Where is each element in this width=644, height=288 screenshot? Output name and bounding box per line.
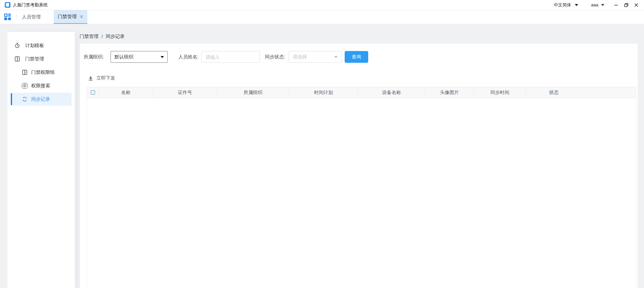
apps-grid-icon[interactable] <box>4 13 11 20</box>
sidebar-item-label: 同步记录 <box>31 96 50 102</box>
restore-icon <box>624 3 629 7</box>
tab-bar: 人员管理 门禁管理 <box>0 10 644 24</box>
table-header-filler <box>582 87 636 98</box>
title-bar: 人脸门禁考勤系统 中文简体 aaa <box>0 0 644 10</box>
sidebar-item-sync-records[interactable]: 同步记录 <box>11 93 72 106</box>
table-header-device-name: 设备名称 <box>358 87 425 98</box>
breadcrumb-parent[interactable]: 门禁管理 <box>80 34 98 40</box>
divider <box>16 14 16 19</box>
close-button[interactable] <box>631 0 641 10</box>
minimize-button[interactable] <box>611 0 621 10</box>
sidebar-item-plan-template[interactable]: 计划模板 <box>11 39 72 52</box>
language-selector[interactable]: 中文简体 <box>554 0 578 10</box>
sidebar-item-label: 权限搜索 <box>31 83 50 89</box>
status-select[interactable]: 请选择 <box>289 51 342 63</box>
dispatch-now-label: 立即下发 <box>96 75 115 81</box>
app-logo-icon <box>5 2 10 8</box>
select-all-checkbox[interactable] <box>91 90 95 95</box>
language-label: 中文简体 <box>554 2 571 8</box>
sidebar-item-label: 门禁管理 <box>25 56 44 62</box>
breadcrumb: 门禁管理 / 同步记录 <box>80 34 125 40</box>
table-body-empty <box>87 98 636 288</box>
status-select-placeholder: 请选择 <box>293 54 307 60</box>
breadcrumb-separator: / <box>101 34 103 39</box>
user-name: aaa <box>591 2 598 7</box>
tab-access-management[interactable]: 门禁管理 <box>54 10 87 24</box>
restore-button[interactable] <box>621 0 631 10</box>
table-header-id-number: 证件号 <box>153 87 217 98</box>
table-header-avatar: 头像图片 <box>425 87 474 98</box>
breadcrumb-current: 同步记录 <box>106 34 125 40</box>
search-button[interactable]: 查询 <box>345 51 368 63</box>
org-filter-label: 所属组织: <box>84 54 104 60</box>
table-header-name: 名称 <box>99 87 153 98</box>
door-icon <box>22 69 28 75</box>
tab-label: 门禁管理 <box>58 14 77 20</box>
sidebar-item-label: 门禁权限组 <box>31 69 55 76</box>
dispatch-now-button[interactable]: 立即下发 <box>88 75 115 82</box>
chevron-down-icon <box>601 4 604 6</box>
sidebar-item-permission-search[interactable]: @ 权限搜索 <box>11 79 72 92</box>
chevron-down-icon <box>161 56 164 58</box>
table-header-organization: 所属组织 <box>217 87 289 98</box>
chevron-down-icon <box>334 56 338 58</box>
org-select-value: 默认组织 <box>115 54 133 60</box>
sidebar: 计划模板 门禁管理 门禁权限组 @ 权限搜索 <box>7 32 75 288</box>
close-icon <box>634 3 639 7</box>
tab-close-icon[interactable] <box>80 15 83 18</box>
table-header-sync-time: 同步时间 <box>474 87 526 98</box>
name-input[interactable] <box>201 51 260 63</box>
at-search-icon: @ <box>22 83 28 89</box>
name-filter-label: 人员姓名: <box>178 54 199 60</box>
filter-bar: 所属组织: 默认组织 人员姓名: 同步状态: 请选择 查询 <box>80 51 638 63</box>
app-title: 人脸门禁考勤系统 <box>13 2 48 8</box>
minimize-icon <box>614 3 618 7</box>
sidebar-item-access-management[interactable]: 门禁管理 <box>11 52 72 65</box>
tab-person-management[interactable]: 人员管理 <box>21 13 41 21</box>
download-icon <box>88 76 93 81</box>
sidebar-item-access-permission-group[interactable]: 门禁权限组 <box>11 66 72 79</box>
org-select[interactable]: 默认组织 <box>111 51 168 63</box>
chevron-down-icon <box>575 4 578 6</box>
door-icon <box>14 56 20 62</box>
data-table: 名称 证件号 所属组织 时间计划 设备名称 头像图片 同步时间 状态 <box>87 87 636 288</box>
sidebar-item-label: 计划模板 <box>25 43 44 49</box>
user-menu[interactable]: aaa <box>591 0 604 10</box>
content-card: 所属组织: 默认组织 人员姓名: 同步状态: 请选择 查询 立即下发 <box>80 44 638 288</box>
table-header-checkbox-cell <box>87 87 99 98</box>
clock-icon <box>14 43 20 48</box>
table-header-time-plan: 时间计划 <box>289 87 358 98</box>
table-header: 名称 证件号 所属组织 时间计划 设备名称 头像图片 同步时间 状态 <box>87 87 636 98</box>
status-filter-label: 同步状态: <box>265 54 285 60</box>
sync-icon <box>22 96 28 102</box>
table-header-status: 状态 <box>526 87 582 98</box>
workspace: 计划模板 门禁管理 门禁权限组 @ 权限搜索 <box>0 24 644 288</box>
